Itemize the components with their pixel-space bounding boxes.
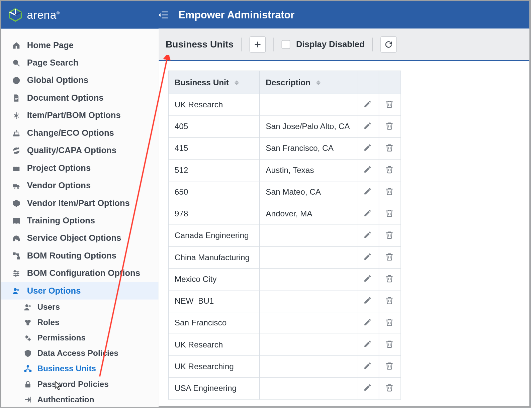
sidebar-item-vendor-options[interactable]: Vendor Options xyxy=(1,177,158,194)
sidebar-item-bom-routing-options[interactable]: BOM Routing Options xyxy=(1,247,158,264)
sidebar-item-document-options[interactable]: Document Options xyxy=(1,89,158,106)
sidebar-subitem-roles[interactable]: Roles xyxy=(1,315,158,330)
table-row: 978 Andover, MA xyxy=(168,203,401,225)
edit-icon[interactable] xyxy=(363,383,372,392)
edit-icon[interactable] xyxy=(363,318,372,326)
sidebar-item-project-options[interactable]: Project Options xyxy=(1,159,158,177)
delete-icon[interactable] xyxy=(385,209,394,217)
sidebar-subitem-data-access-policies[interactable]: Data Access Policies xyxy=(1,345,158,361)
sidebar-item-global-options[interactable]: Global Options xyxy=(1,72,158,89)
edit-icon[interactable] xyxy=(363,165,372,174)
edit-icon[interactable] xyxy=(363,296,372,304)
cell-business-unit: Canada Engineering xyxy=(168,225,259,246)
sidebar-subitem-users[interactable]: Users xyxy=(1,299,158,315)
svg-line-5 xyxy=(17,64,19,66)
sidebar-item-label: Home Page xyxy=(27,40,74,50)
table-header-row: Business Unit Description xyxy=(168,71,401,94)
delete-icon[interactable] xyxy=(385,274,394,283)
cell-description xyxy=(260,225,357,246)
delete-icon[interactable] xyxy=(385,230,394,239)
org-icon xyxy=(23,365,32,373)
search-icon xyxy=(12,58,21,67)
sidebar-subitem-label: Permissions xyxy=(37,333,86,342)
svg-point-29 xyxy=(14,288,17,291)
edit-icon[interactable] xyxy=(363,121,372,130)
headset-icon xyxy=(12,233,21,243)
sidebar-item-page-search[interactable]: Page Search xyxy=(1,54,158,71)
edit-icon[interactable] xyxy=(363,274,372,283)
refresh-cycle-icon xyxy=(12,145,21,155)
edit-icon[interactable] xyxy=(363,339,372,348)
col-header-description[interactable]: Description xyxy=(260,71,357,94)
table-row: Mexico City xyxy=(168,269,401,290)
edit-icon[interactable] xyxy=(363,209,372,217)
change-icon xyxy=(12,128,21,137)
svg-point-30 xyxy=(17,289,19,291)
edit-icon[interactable] xyxy=(363,252,372,261)
menu-toggle-icon[interactable] xyxy=(158,9,169,20)
delete-icon[interactable] xyxy=(385,121,394,130)
divider xyxy=(241,37,242,51)
col-header-delete xyxy=(379,71,401,94)
sidebar-subitem-label: Users xyxy=(37,302,60,312)
cell-business-unit: USA Engineering xyxy=(168,378,259,399)
sidebar-subitem-label: Password Policies xyxy=(37,379,108,389)
svg-rect-19 xyxy=(13,238,14,240)
delete-icon[interactable] xyxy=(385,361,394,370)
sidebar-item-home-page[interactable]: Home Page xyxy=(1,36,158,54)
display-disabled-checkbox[interactable] xyxy=(282,40,290,49)
sidebar-item-label: Change/ECO Options xyxy=(27,128,114,137)
cell-business-unit: 978 xyxy=(168,203,259,225)
svg-point-32 xyxy=(28,305,30,307)
delete-icon[interactable] xyxy=(385,99,394,108)
edit-icon[interactable] xyxy=(363,143,372,152)
edit-icon[interactable] xyxy=(363,187,372,195)
sidebar-item-bom-configuration-options[interactable]: BOM Configuration Options xyxy=(1,264,158,282)
main-content: Business Units Display Disabled xyxy=(159,29,530,406)
sidebar-item-item-part-bom-options[interactable]: Item/Part/BOM Options xyxy=(1,106,158,124)
edit-icon[interactable] xyxy=(363,230,372,239)
add-button[interactable] xyxy=(250,36,266,53)
svg-point-4 xyxy=(13,60,18,64)
sidebar-subitem-permissions[interactable]: Permissions xyxy=(1,330,158,345)
display-disabled-label: Display Disabled xyxy=(296,39,365,49)
table-row: 512 Austin, Texas xyxy=(168,159,401,181)
svg-rect-9 xyxy=(15,96,18,97)
part-icon xyxy=(12,111,21,120)
cell-business-unit: 650 xyxy=(168,181,259,203)
delete-icon[interactable] xyxy=(385,339,394,348)
edit-icon[interactable] xyxy=(363,99,372,108)
delete-icon[interactable] xyxy=(385,143,394,152)
delete-icon[interactable] xyxy=(385,252,394,261)
sidebar-item-change-eco-options[interactable]: Change/ECO Options xyxy=(1,124,158,141)
sidebar-subitem-authentication[interactable]: Authentication xyxy=(1,392,158,406)
cell-business-unit: 512 xyxy=(168,159,259,181)
sidebar-subitem-business-units[interactable]: Business Units xyxy=(1,361,158,376)
sidebar-item-quality-capa-options[interactable]: Quality/CAPA Options xyxy=(1,141,158,159)
svg-rect-13 xyxy=(13,134,19,136)
svg-point-16 xyxy=(14,187,15,188)
sidebar-item-training-options[interactable]: Training Options xyxy=(1,212,158,229)
page-title: Business Units xyxy=(166,39,234,50)
svg-rect-21 xyxy=(13,252,15,254)
sidebar-subitem-password-policies[interactable]: Password Policies xyxy=(1,377,158,392)
delete-icon[interactable] xyxy=(385,165,394,174)
auth-icon xyxy=(23,395,32,404)
sidebar-item-label: Quality/CAPA Options xyxy=(27,145,116,155)
cell-business-unit: UK Research xyxy=(168,334,259,355)
col-header-edit xyxy=(357,71,379,94)
sidebar-item-vendor-item-part-options[interactable]: Vendor Item/Part Options xyxy=(1,194,158,212)
delete-icon[interactable] xyxy=(385,383,394,392)
edit-icon[interactable] xyxy=(363,361,372,370)
sidebar-subitem-label: Business Units xyxy=(37,364,96,373)
delete-icon[interactable] xyxy=(385,187,394,195)
sidebar-item-service-object-options[interactable]: Service Object Options xyxy=(1,229,158,247)
delete-icon[interactable] xyxy=(385,296,394,304)
sidebar-item-label: BOM Routing Options xyxy=(27,250,116,260)
routing-icon xyxy=(12,251,21,260)
business-units-table: Business Unit Description UK Researc xyxy=(168,71,401,400)
refresh-button[interactable] xyxy=(380,36,397,53)
col-header-business-unit[interactable]: Business Unit xyxy=(168,71,259,94)
delete-icon[interactable] xyxy=(385,318,394,326)
sidebar-item-user-options[interactable]: User Options xyxy=(1,282,158,299)
